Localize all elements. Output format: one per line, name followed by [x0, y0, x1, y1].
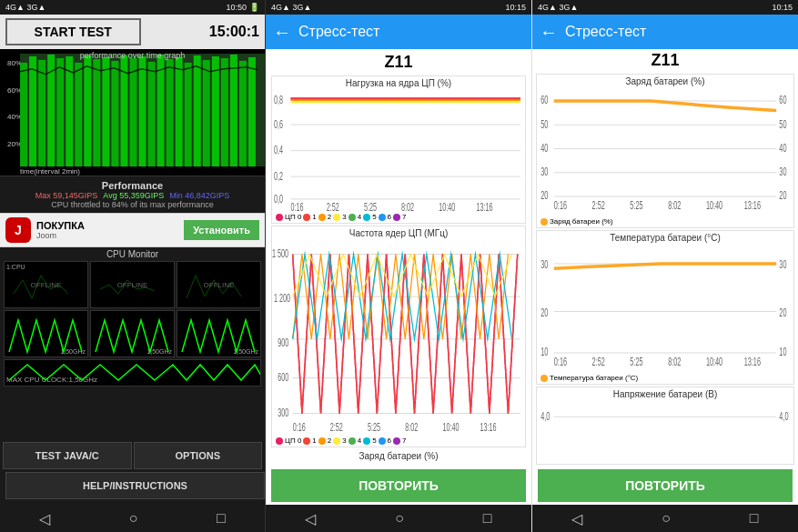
status-bar-p1: 4G▲ 3G▲ 10:50 🔋 — [0, 0, 265, 15]
svg-text:0:16: 0:16 — [554, 199, 568, 211]
back-arrow-p3[interactable]: ← — [540, 22, 558, 43]
svg-text:0,6: 0,6 — [274, 116, 283, 130]
svg-text:60: 60 — [779, 95, 786, 106]
svg-text:900: 900 — [278, 335, 288, 348]
svg-text:0,0: 0,0 — [274, 191, 283, 205]
help-button[interactable]: HELP/INSTRUCTIONS — [5, 472, 265, 499]
battery-charge-title: Заряд батареи (%) — [537, 75, 793, 88]
cpu-freq-title: Частота ядер ЦП (МГц) — [272, 226, 525, 240]
svg-text:50: 50 — [540, 118, 548, 130]
battery-p1: 🔋 — [249, 3, 259, 12]
time-p3: 10:15 — [772, 3, 793, 12]
battery-temp-title: Температура батареи (°С) — [537, 231, 793, 245]
ad-banner: J ПОКУПКА Joom Установить — [0, 213, 265, 247]
svg-rect-9 — [56, 58, 64, 166]
svg-text:0:16: 0:16 — [291, 200, 304, 211]
cpu-legend: ЦП 0 1 2 3 4 5 6 7 — [272, 211, 525, 223]
svg-text:4,0: 4,0 — [779, 410, 788, 422]
svg-text:time(interval 2min): time(interval 2min) — [20, 167, 80, 176]
svg-text:10:40: 10:40 — [442, 420, 459, 434]
svg-rect-26 — [212, 56, 219, 166]
ad-store: Joom — [36, 231, 178, 240]
svg-rect-18 — [139, 56, 146, 166]
svg-text:1 500: 1 500 — [272, 246, 288, 260]
nav-bar-p3: ◁ ○ □ — [532, 505, 798, 532]
status-bar-p3: 4G▲ 3G▲ 10:15 — [532, 0, 798, 15]
svg-text:8:02: 8:02 — [401, 200, 414, 211]
svg-text:20: 20 — [540, 190, 548, 202]
svg-rect-13 — [93, 59, 100, 166]
back-nav-icon[interactable]: ◁ — [39, 510, 50, 527]
svg-rect-24 — [194, 55, 201, 166]
svg-text:50: 50 — [779, 118, 786, 130]
home-nav-p3[interactable]: ○ — [662, 510, 671, 527]
svg-text:30: 30 — [540, 258, 548, 270]
recent-nav-icon[interactable]: □ — [217, 510, 226, 527]
battery-label-p2: Заряд батареи (%) — [271, 449, 526, 463]
svg-rect-21 — [167, 59, 174, 166]
repeat-button-p3[interactable]: ПОВТОРИТЬ — [538, 469, 793, 502]
cpu-freq-area: 1 500 1 200 900 600 300 — [272, 240, 525, 435]
stress-title-p3: Стресс-тест — [565, 24, 646, 40]
svg-text:30: 30 — [779, 166, 786, 177]
svg-text:2:52: 2:52 — [330, 420, 343, 434]
back-arrow-p2[interactable]: ← — [273, 22, 291, 43]
home-nav-icon[interactable]: ○ — [129, 510, 138, 527]
cpu-monitor-title: CPU Monitor — [4, 249, 261, 259]
device-name-p3: Z11 — [536, 51, 794, 70]
test-java-button[interactable]: TEST JAVA/C — [3, 442, 132, 469]
back-nav-p3[interactable]: ◁ — [571, 510, 582, 527]
svg-text:2:52: 2:52 — [592, 356, 606, 367]
svg-text:40%: 40% — [7, 113, 22, 121]
back-nav-p2[interactable]: ◁ — [305, 510, 316, 527]
svg-text:0:16: 0:16 — [554, 356, 568, 367]
svg-text:60%: 60% — [7, 86, 22, 95]
svg-rect-25 — [203, 60, 210, 166]
recent-nav-p3[interactable]: □ — [750, 510, 759, 527]
svg-text:80%: 80% — [7, 59, 22, 67]
battery-legend: Заряд батареи (%) — [537, 216, 793, 227]
cpu-cell-bottom: MAX CPU CLOCK:1,50GHz — [4, 359, 261, 386]
svg-text:13:16: 13:16 — [744, 199, 762, 211]
battery-temp-chart: Температура батареи (°С) 30 20 10 30 20 … — [536, 230, 794, 385]
cpu-load-area: 0,8 0,6 0,4 0,2 0,0 0:16 2:52 — [272, 90, 525, 211]
recent-nav-p2[interactable]: □ — [483, 510, 492, 527]
install-button[interactable]: Установить — [184, 220, 259, 240]
cpu-grid: 1:CPU OFFLINE OFFLINE OFFLINE — [4, 261, 261, 386]
svg-text:40: 40 — [779, 142, 786, 154]
options-button[interactable]: OPTIONS — [134, 442, 263, 469]
svg-rect-30 — [248, 57, 256, 166]
repeat-button-p2[interactable]: ПОВТОРИТЬ — [271, 469, 526, 502]
stress-header-p3: ← Стресс-тест — [532, 15, 798, 49]
svg-text:10: 10 — [540, 346, 548, 358]
svg-text:2:52: 2:52 — [592, 199, 606, 211]
svg-text:60: 60 — [540, 95, 548, 106]
cpu-monitor: CPU Monitor 1:CPU OFFLINE OFFLINE — [0, 247, 265, 439]
cpu-freq-chart: Частота ядер ЦП (МГц) 1 500 1 200 900 60… — [271, 226, 526, 447]
graph-title: performance over time graph — [0, 51, 265, 60]
svg-text:10: 10 — [779, 346, 786, 358]
stress-title-p2: Стресс-тест — [298, 24, 379, 40]
start-test-button[interactable]: START TEST — [5, 18, 141, 45]
nav-bar-p1: ◁ ○ □ — [0, 505, 265, 532]
p3-content: Z11 Заряд батареи (%) 60 50 40 30 20 60 … — [532, 49, 798, 467]
svg-text:10:40: 10:40 — [439, 200, 455, 211]
svg-text:13:16: 13:16 — [476, 200, 492, 211]
svg-text:40: 40 — [540, 142, 548, 154]
cpu-load-title: Нагрузка на ядра ЦП (%) — [272, 76, 525, 90]
signal-p3: 4G▲ 3G▲ — [538, 3, 578, 12]
svg-text:30: 30 — [540, 166, 548, 177]
home-nav-p2[interactable]: ○ — [395, 510, 404, 527]
svg-rect-15 — [111, 61, 118, 166]
svg-text:30: 30 — [779, 258, 786, 270]
status-bar-p2: 4G▲ 3G▲ 10:15 — [266, 0, 531, 15]
svg-text:8:02: 8:02 — [668, 199, 682, 211]
svg-rect-12 — [84, 55, 91, 166]
perf-max: Max 59,145GIPS — [35, 191, 98, 200]
svg-text:20: 20 — [779, 306, 786, 318]
svg-rect-19 — [148, 62, 156, 166]
battery-voltage-chart: Напряжение батареи (В) 4,0 4,0 — [536, 386, 794, 465]
device-name-p2: Z11 — [271, 53, 526, 72]
svg-text:5:25: 5:25 — [630, 199, 643, 211]
svg-text:0:16: 0:16 — [293, 420, 306, 434]
